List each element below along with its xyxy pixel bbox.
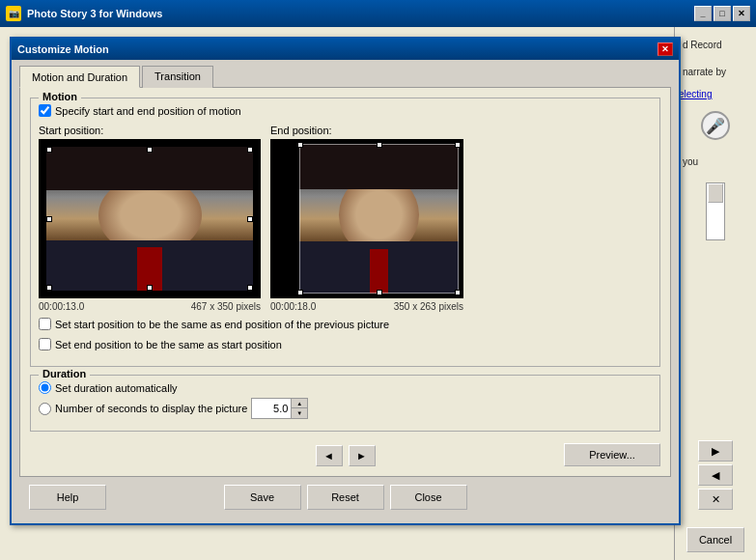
same-as-start-checkbox[interactable] (39, 338, 51, 350)
specify-motion-label: Specify start and end position of motion (55, 105, 241, 117)
app-close-button[interactable]: ✕ (733, 6, 750, 21)
start-position-section: Start position: (39, 125, 261, 312)
handle-br[interactable] (247, 285, 253, 291)
end-position-label: End position: (270, 125, 463, 136)
prev-button[interactable]: ◄ (316, 445, 343, 466)
motion-group: Motion Specify start and end position of… (30, 98, 660, 367)
dialog-content: Motion and Duration Transition Motion Sp… (12, 60, 679, 523)
same-as-start-label: Set end position to be the same as start… (55, 339, 282, 350)
help-button[interactable]: Help (29, 485, 106, 510)
right-panel-text2: narrate by (679, 62, 752, 83)
same-as-prev-row: Set start position to be the same as end… (39, 318, 652, 330)
handle-tm[interactable] (147, 147, 153, 153)
tab-panel-motion: Motion Specify start and end position of… (19, 87, 671, 477)
save-button[interactable]: Save (224, 485, 301, 510)
dialog-close-button[interactable]: ✕ (658, 42, 673, 56)
minimize-button[interactable]: _ (694, 6, 712, 21)
start-position-label: Start position: (39, 125, 261, 136)
auto-duration-row: Set duration automatically (39, 381, 652, 394)
end-handle-tl[interactable] (297, 142, 303, 148)
duration-input[interactable]: 5.0 (252, 402, 291, 415)
auto-duration-radio[interactable] (39, 381, 51, 394)
handle-mr[interactable] (247, 216, 253, 222)
same-as-prev-checkbox[interactable] (39, 318, 51, 330)
auto-duration-label: Set duration automatically (55, 382, 178, 394)
tab-bar: Motion and Duration Transition (19, 66, 671, 88)
customize-motion-dialog: Customize Motion ✕ Motion and Duration T… (10, 37, 681, 525)
handle-bm[interactable] (147, 285, 153, 291)
right-panel-nav: ▶ ◀ ✕ (679, 440, 752, 510)
start-time: 00:00:13.0 (39, 301, 84, 312)
same-as-prev-label: Set start position to be the same as end… (55, 319, 389, 330)
next-button[interactable]: ► (349, 445, 376, 466)
nav-row: ◄ ► (316, 445, 376, 466)
specify-motion-row: Specify start and end position of motion (39, 104, 652, 117)
duration-group-label: Duration (39, 368, 90, 379)
preview-button[interactable]: Preview... (564, 443, 660, 466)
app-icon: 📷 (6, 6, 21, 21)
same-as-start-row: Set end position to be the same as start… (39, 338, 652, 350)
titlebar-buttons: _ □ ✕ (694, 6, 750, 21)
start-size: 467 x 350 pixels (191, 301, 261, 312)
handle-tr[interactable] (247, 147, 253, 153)
specify-motion-checkbox[interactable] (39, 104, 51, 117)
right-panel-text3: you (679, 152, 752, 173)
right-panel-link[interactable]: electing (679, 89, 752, 99)
end-position-frame[interactable] (270, 139, 463, 298)
close-button[interactable]: Close (390, 485, 467, 510)
spinner-down[interactable]: ▼ (292, 408, 307, 418)
right-nav-right-button[interactable]: ▶ (698, 440, 733, 462)
end-position-meta: 00:00:18.0 350 x 263 pixels (270, 301, 463, 312)
start-position-frame[interactable] (39, 139, 261, 298)
bg-titlebar: 📷 Photo Story 3 for Windows _ □ ✕ (0, 0, 756, 27)
end-size: 350 x 263 pixels (394, 301, 463, 312)
end-time: 00:00:18.0 (270, 301, 316, 312)
motion-group-label: Motion (39, 91, 81, 102)
handle-bl[interactable] (46, 285, 52, 291)
end-handle-bl[interactable] (297, 290, 303, 295)
bottom-buttons: Help Save Reset Close (19, 477, 671, 516)
tab-motion-duration[interactable]: Motion and Duration (19, 66, 140, 88)
tab-transition[interactable]: Transition (142, 66, 213, 88)
scroll-thumb[interactable] (708, 183, 723, 203)
handle-tl[interactable] (46, 147, 52, 153)
cancel-button-right[interactable]: Cancel (686, 527, 744, 552)
manual-duration-radio[interactable] (39, 403, 51, 415)
dialog-title: Customize Motion (17, 43, 109, 55)
right-panel: d Record narrate by electing 🎤 you ▶ ◀ ✕… (674, 27, 756, 560)
scroll-area[interactable] (706, 182, 725, 240)
end-handle-bm[interactable] (377, 290, 382, 295)
duration-spinner[interactable]: 5.0 ▲ ▼ (251, 398, 308, 419)
end-handle-tr[interactable] (455, 142, 461, 148)
handle-ml[interactable] (46, 216, 52, 222)
app-title: Photo Story 3 for Windows (27, 8, 162, 19)
bottom-checks: Set start position to be the same as end… (39, 318, 652, 350)
reset-button[interactable]: Reset (307, 485, 384, 510)
right-nav-x-button[interactable]: ✕ (698, 489, 733, 510)
spinner-up[interactable]: ▲ (292, 399, 307, 408)
images-row: Start position: (39, 125, 652, 312)
end-handle-br[interactable] (455, 290, 461, 295)
end-position-section: End position: (270, 125, 463, 312)
end-handle-tm[interactable] (377, 142, 382, 148)
manual-duration-row: Number of seconds to display the picture… (39, 398, 652, 419)
dialog-titlebar: Customize Motion ✕ (12, 39, 679, 60)
right-nav-left-button[interactable]: ◀ (698, 464, 733, 486)
maximize-button[interactable]: □ (714, 6, 731, 21)
microphone-icon[interactable]: 🎤 (701, 111, 730, 140)
spinner-arrows: ▲ ▼ (291, 399, 307, 418)
manual-duration-label: Number of seconds to display the picture (55, 403, 247, 414)
right-panel-text1: d Record (679, 35, 752, 56)
duration-group: Duration Set duration automatically Numb… (30, 375, 660, 432)
start-position-meta: 00:00:13.0 467 x 350 pixels (39, 301, 261, 312)
